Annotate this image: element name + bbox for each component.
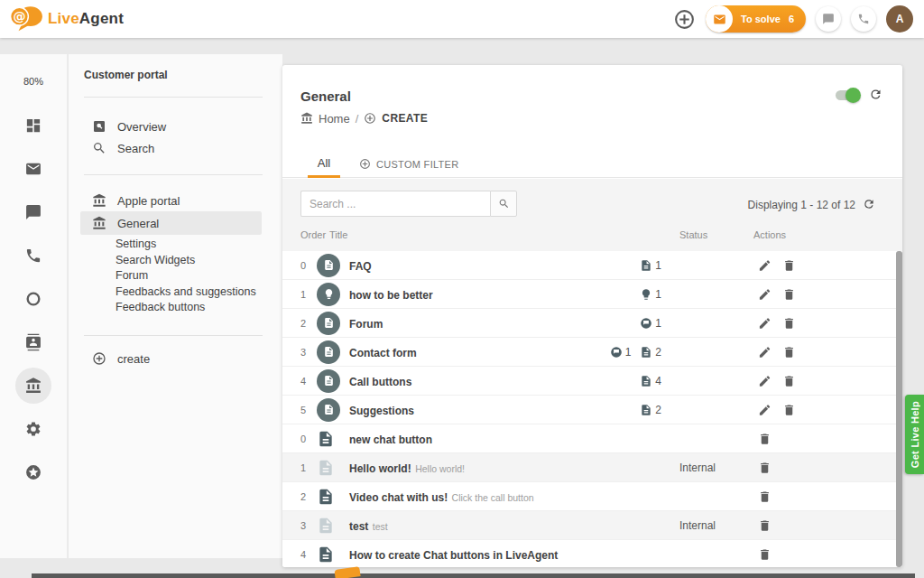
- delete-button[interactable]: [782, 316, 796, 330]
- tickets-icon[interactable]: [25, 161, 42, 178]
- breadcrumb: Home / CREATE: [300, 111, 428, 126]
- sidebar-item-general[interactable]: General: [69, 212, 282, 234]
- user-avatar[interactable]: A: [886, 5, 913, 33]
- tab-all[interactable]: All: [308, 156, 340, 170]
- sidebar-item-create[interactable]: create: [69, 348, 282, 369]
- table-row[interactable]: 5 Suggestions 2: [282, 396, 902, 424]
- delete-button[interactable]: [782, 258, 796, 272]
- customer-portal-icon[interactable]: [25, 378, 42, 395]
- add-new-button[interactable]: [673, 8, 696, 31]
- document-icon: [317, 488, 335, 506]
- sidebar-subitem-feedback-buttons[interactable]: Feedback buttons: [116, 301, 205, 313]
- table-row[interactable]: 4 How to create Chat buttons in LiveAgen…: [282, 540, 902, 567]
- sidebar-subitem-forum[interactable]: Forum: [116, 269, 148, 282]
- row-actions: [758, 547, 772, 561]
- brand-text: LiveAgent: [48, 10, 124, 28]
- delete-button[interactable]: [758, 547, 772, 561]
- status-ring-icon[interactable]: [25, 291, 42, 308]
- bank-icon: [92, 193, 106, 208]
- table-row[interactable]: 1 Hello world! Hello world! Internal: [282, 453, 902, 482]
- row-actions: [758, 287, 796, 301]
- liveagent-logo[interactable]: @ LiveAgent: [9, 5, 124, 33]
- delete-button[interactable]: [782, 287, 796, 301]
- sidebar-item-label: create: [117, 352, 150, 366]
- edit-button[interactable]: [758, 345, 772, 359]
- row-title: how to be better: [349, 288, 433, 301]
- icon-rail: 80%: [0, 54, 68, 558]
- delete-button[interactable]: [782, 345, 796, 359]
- gamification-icon[interactable]: [25, 464, 42, 481]
- document-avatar-icon: [317, 254, 340, 277]
- delete-button[interactable]: [758, 518, 772, 532]
- search-input[interactable]: [300, 191, 490, 217]
- row-order: 1: [300, 289, 306, 300]
- sidebar-item-overview[interactable]: Overview: [69, 116, 282, 137]
- comment-status-icon: 1: [640, 317, 661, 330]
- row-order: 2: [300, 491, 306, 502]
- column-order: Order: [300, 229, 326, 240]
- delete-button[interactable]: [758, 461, 772, 474]
- sidebar-item-search[interactable]: Search: [69, 137, 282, 159]
- chats-icon[interactable]: [25, 204, 42, 221]
- chat-icon: [822, 13, 835, 25]
- row-order: 2: [300, 318, 306, 329]
- table-row[interactable]: 1 how to be better 1: [282, 280, 902, 309]
- delete-button[interactable]: [782, 374, 796, 387]
- refresh-list-icon[interactable]: [863, 198, 875, 210]
- sidebar-subitem-feedbacks[interactable]: Feedbacks and suggestions: [116, 285, 256, 298]
- contacts-icon[interactable]: [25, 334, 42, 351]
- row-status-icons: 1: [640, 259, 661, 272]
- delete-button[interactable]: [758, 489, 772, 503]
- search-button[interactable]: [490, 191, 517, 217]
- row-status-icons: 1: [640, 317, 661, 330]
- edit-button[interactable]: [758, 374, 772, 387]
- sidebar-subitem-settings[interactable]: Settings: [116, 238, 156, 250]
- delete-button[interactable]: [758, 432, 772, 445]
- row-status-icons: 2: [640, 404, 661, 416]
- get-live-help-button[interactable]: Get Live Help: [905, 395, 924, 474]
- refresh-icon[interactable]: [869, 88, 882, 101]
- table-row[interactable]: 3 Contact form 12: [282, 338, 902, 367]
- to-solve-button[interactable]: To solve 6: [706, 5, 806, 33]
- home-bank-icon: [300, 112, 313, 125]
- table-row[interactable]: 0 new chat button: [282, 424, 902, 453]
- edit-button[interactable]: [758, 287, 772, 301]
- edit-button[interactable]: [758, 258, 772, 272]
- table-row[interactable]: 0 FAQ 1: [282, 251, 902, 280]
- tab-custom-filter[interactable]: CUSTOM FILTER: [359, 158, 459, 170]
- breadcrumb-create[interactable]: CREATE: [382, 112, 428, 125]
- row-subtitle: Hello world!: [415, 462, 465, 473]
- ticket-envelope-icon: [706, 5, 733, 33]
- delete-button[interactable]: [782, 403, 796, 416]
- sidebar-subitem-search-widgets[interactable]: Search Widgets: [116, 254, 195, 266]
- row-actions: [758, 518, 772, 532]
- row-actions: [758, 461, 772, 474]
- row-title: How to create Chat buttons in LiveAgent: [349, 548, 558, 561]
- portal-enabled-toggle[interactable]: [836, 90, 859, 100]
- table-row[interactable]: 4 Call buttons 4: [282, 367, 902, 396]
- breadcrumb-separator: /: [356, 112, 359, 126]
- calls-button[interactable]: [851, 6, 876, 32]
- row-title: Call buttons: [349, 375, 411, 387]
- toggle-knob: [845, 88, 861, 103]
- row-order: 5: [300, 405, 306, 415]
- table-row[interactable]: 2 Video chat with us! Click the call but…: [282, 482, 902, 511]
- table-row[interactable]: 2 Forum 1: [282, 309, 902, 338]
- page-title: General: [300, 89, 351, 104]
- lightbulb-avatar-icon: [317, 283, 340, 306]
- edit-button[interactable]: [758, 403, 772, 416]
- chats-button[interactable]: [816, 6, 841, 32]
- liveagent-bubble-icon: @: [9, 5, 43, 33]
- table-scrollbar[interactable]: [896, 251, 902, 567]
- row-title: Suggestions: [349, 404, 414, 416]
- calls-icon[interactable]: [25, 247, 42, 265]
- settings-icon[interactable]: [25, 421, 42, 438]
- breadcrumb-home[interactable]: Home: [319, 112, 350, 126]
- sidebar-item-label: General: [117, 217, 159, 230]
- dashboard-icon[interactable]: [25, 117, 42, 135]
- sidebar-item-apple-portal[interactable]: Apple portal: [69, 190, 282, 211]
- bank-icon: [92, 216, 106, 230]
- row-subtitle: Click the call button: [452, 491, 534, 502]
- edit-button[interactable]: [758, 316, 772, 330]
- table-row[interactable]: 3 test test Internal: [282, 511, 902, 540]
